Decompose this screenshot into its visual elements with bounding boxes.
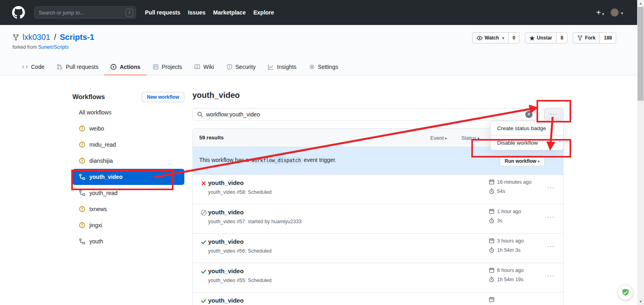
repo-tab[interactable]: Settings	[303, 59, 345, 75]
run-title-link[interactable]: youth_video	[208, 238, 244, 245]
star-icon: ★	[529, 35, 535, 41]
run-title-link[interactable]: youth_video	[208, 297, 244, 304]
new-workflow-button[interactable]: New workflow	[142, 92, 184, 102]
run-duration: 1h 54m 19s	[489, 276, 523, 282]
repo-title: lxk0301 / Scripts-1	[12, 33, 94, 42]
repo-action-group: ★ Watch 0	[472, 32, 520, 44]
social-count[interactable]: 8	[557, 32, 568, 44]
caret-down-icon	[501, 35, 504, 41]
header-right: +	[596, 0, 623, 25]
adguard-shield-button[interactable]	[618, 285, 633, 300]
repo-tab[interactable]: Actions	[104, 59, 146, 75]
repo-tab[interactable]: Code	[16, 59, 50, 75]
repo-owner-link[interactable]: lxk0301	[23, 33, 50, 42]
workflow-options-menu: Create status badgeDisable workflow	[490, 121, 564, 150]
workflow-dispatch-banner: This workflow has aworkflow_dispatcheven…	[193, 147, 563, 174]
repo-tab[interactable]: Pull requests	[50, 59, 104, 75]
sidebar-item-label: weibo	[89, 125, 104, 132]
repo-name-link[interactable]: Scripts-1	[60, 33, 95, 42]
clear-search-button[interactable]: ✕	[525, 111, 533, 118]
header-nav-link[interactable]: Pull requests	[145, 9, 180, 16]
scroll-up-arrow[interactable]: ▲	[637, 0, 644, 7]
run-row[interactable]: youth_video youth_video #55: Scheduled 6…	[193, 263, 563, 292]
run-options-kebab[interactable]: ···	[547, 272, 555, 279]
run-row[interactable]: youth_video youth_video #57: started by …	[193, 204, 563, 233]
scrollbar-thumb[interactable]	[638, 7, 644, 101]
sidebar-workflow-item[interactable]: txnews	[72, 201, 184, 217]
create-new-button[interactable]: +	[596, 8, 604, 17]
social-count[interactable]: 0	[509, 32, 520, 44]
run-options-kebab[interactable]: ···	[547, 214, 555, 220]
social-count[interactable]: 188	[600, 32, 616, 44]
header-nav-link[interactable]: Issues	[188, 9, 206, 16]
run-row[interactable]: youth_video youth_video #56: Scheduled 3…	[193, 233, 563, 263]
workflow-type-icon	[79, 158, 85, 164]
repo-tab[interactable]: Projects	[147, 59, 188, 75]
workflow-options-kebab-button[interactable]: ···	[544, 108, 564, 120]
page-scrollbar[interactable]: ▲ ▼	[637, 0, 644, 305]
header-nav-link[interactable]: Marketplace	[213, 9, 246, 16]
menu-item[interactable]: Disable workflow	[491, 135, 563, 150]
sidebar-workflow-item[interactable]: All workflows	[72, 104, 184, 120]
menu-item[interactable]: Create status badge	[491, 121, 563, 135]
tab-icon	[309, 64, 315, 70]
repo-tab[interactable]: Security	[220, 59, 262, 75]
caret-down-icon	[601, 8, 604, 17]
run-duration: 1h 54m 3s	[489, 247, 520, 253]
run-status-icon	[200, 268, 207, 275]
sidebar-workflow-item[interactable]: youth_video	[72, 169, 184, 185]
repo-tab[interactable]: Insights	[262, 59, 302, 75]
run-title-link[interactable]: youth_video	[208, 209, 244, 216]
profile-menu-button[interactable]	[611, 8, 623, 17]
tab-label: Insights	[277, 64, 296, 70]
runs-search-input[interactable]	[206, 111, 522, 118]
sidebar-header: Workflows New workflow	[72, 91, 184, 103]
filter-dropdown[interactable]: Status	[461, 135, 479, 141]
avatar	[611, 8, 619, 17]
runs-search: ✕	[192, 108, 536, 120]
banner-text: This workflow has aworkflow_dispatcheven…	[199, 157, 336, 163]
workflow-type-icon	[79, 222, 85, 228]
forked-from-link[interactable]: Sunert/Scripts	[38, 44, 68, 50]
sidebar-item-label: youth	[89, 238, 103, 245]
workflow-type-icon	[79, 190, 85, 196]
run-row[interactable]: youth_video ···	[193, 292, 563, 305]
repo-action-button[interactable]: ★ Fork	[573, 32, 600, 44]
run-title-link[interactable]: youth_video	[208, 268, 244, 274]
github-logo-icon[interactable]	[12, 6, 25, 19]
tab-icon	[22, 64, 28, 70]
run-status-icon	[200, 239, 207, 245]
repo-action-button[interactable]: ★ Watch	[472, 32, 509, 44]
workflow-list: All workflows weibo midu_read dians	[72, 104, 184, 249]
header-nav-link[interactable]: Explore	[253, 9, 274, 16]
global-search-input[interactable]	[39, 10, 126, 16]
sidebar-workflow-item[interactable]: dianshijia	[72, 153, 184, 169]
eye-icon	[477, 35, 483, 41]
repo-action-label: Unstar	[537, 35, 552, 41]
sidebar-workflow-item[interactable]: youth	[72, 233, 184, 249]
run-subtitle: youth_video #57: started by huamiyu2333	[208, 219, 301, 224]
run-title-link[interactable]: youth_video	[208, 179, 244, 186]
repo-header: lxk0301 / Scripts-1 forked from Sunert/S…	[0, 25, 644, 75]
run-time: 1 hour ago	[489, 208, 521, 214]
repo-action-group: ★ Fork 188	[573, 32, 616, 44]
run-workflow-button[interactable]: Run workflow	[500, 156, 545, 166]
sidebar-workflow-item[interactable]: youth_read	[72, 185, 184, 201]
run-options-kebab[interactable]: ···	[547, 302, 555, 305]
workflows-sidebar: Workflows New workflow All workflows wei…	[72, 91, 184, 249]
run-row[interactable]: youth_video youth_video #58: Scheduled 1…	[193, 174, 563, 204]
repo-tab[interactable]: Wiki	[188, 59, 220, 75]
stopwatch-icon	[489, 247, 495, 253]
sidebar-workflow-item[interactable]: jingxi	[72, 217, 184, 233]
sidebar-item-label: youth_video	[89, 174, 122, 180]
run-options-kebab[interactable]: ···	[547, 184, 555, 191]
repo-action-button[interactable]: ★ Unstar	[525, 32, 556, 44]
repo-tabs: Code Pull requests	[16, 59, 344, 75]
filter-dropdown[interactable]: Event	[430, 135, 447, 141]
sidebar-workflow-item[interactable]: weibo	[72, 120, 184, 137]
sidebar-workflow-item[interactable]: midu_read	[72, 137, 184, 153]
tab-label: Settings	[318, 64, 339, 70]
run-options-kebab[interactable]: ···	[547, 243, 555, 249]
scroll-down-arrow[interactable]: ▼	[637, 298, 644, 305]
results-count: 59 results	[199, 129, 224, 147]
